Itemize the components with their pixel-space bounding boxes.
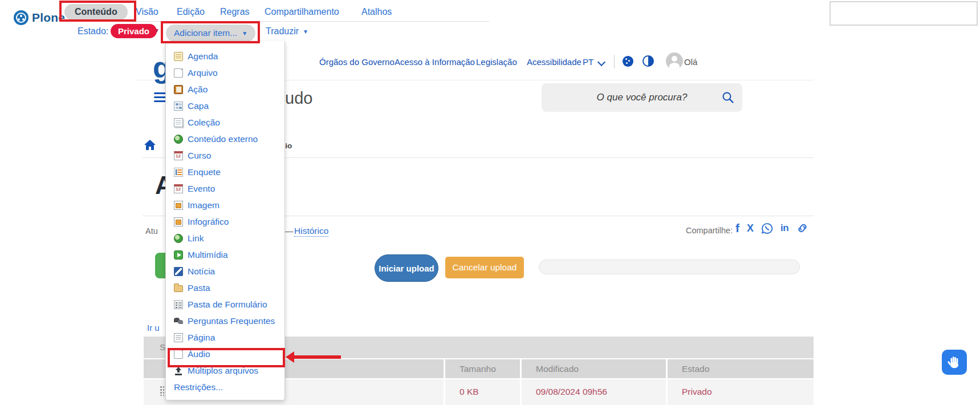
add-menu-item-restricoes[interactable]: Restrições... bbox=[166, 379, 284, 395]
estado-label: Estado: bbox=[78, 26, 108, 37]
menu-item-label: Imagem bbox=[188, 200, 219, 210]
form-icon bbox=[174, 300, 183, 309]
tab-visao[interactable]: Visão bbox=[136, 7, 158, 17]
add-menu-item-pagina[interactable]: Página bbox=[166, 329, 284, 346]
tab-edicao[interactable]: Edição bbox=[177, 7, 205, 17]
row-drag-handle-icon[interactable] bbox=[160, 386, 164, 396]
table-select-fragment: S bbox=[160, 342, 165, 353]
search-input[interactable] bbox=[542, 83, 742, 112]
menu-item-label: Pasta bbox=[188, 283, 210, 293]
chevron-down-icon: ▼ bbox=[242, 30, 247, 37]
home-icon[interactable] bbox=[144, 140, 156, 152]
menu-item-label: Infográfico bbox=[188, 217, 229, 227]
add-menu-item-link[interactable]: Link bbox=[166, 230, 284, 246]
traduzir-button[interactable]: Traduzir ▼ bbox=[266, 26, 308, 37]
add-menu-item-pasta-de-formulario[interactable]: Pasta de Formulário bbox=[166, 296, 284, 313]
add-menu-item-agenda[interactable]: Agenda bbox=[166, 48, 284, 64]
share-label: Compartilhe: bbox=[686, 226, 733, 235]
cell-state: Privado bbox=[682, 387, 712, 397]
plone-logo-text: Plone bbox=[32, 11, 65, 25]
site-title-fragment: udo bbox=[285, 89, 312, 108]
linkedin-icon[interactable]: in bbox=[780, 222, 788, 234]
add-menu-item-multimidia[interactable]: Multimídia bbox=[166, 246, 284, 263]
go-link-fragment[interactable]: Ir u bbox=[147, 323, 160, 333]
chevron-down-icon[interactable] bbox=[597, 58, 605, 66]
add-menu-item-capa[interactable]: Capa bbox=[166, 98, 284, 114]
history-separator: — bbox=[284, 226, 294, 236]
menu-item-label: Arquivo bbox=[188, 68, 218, 78]
menu-item-label: Link bbox=[188, 233, 204, 244]
folder-icon bbox=[174, 285, 183, 292]
play-icon bbox=[174, 250, 183, 260]
facebook-icon[interactable]: f bbox=[735, 221, 739, 235]
start-upload-button[interactable]: Iniciar upload bbox=[375, 254, 438, 282]
grid-icon bbox=[174, 102, 183, 111]
cell-modified: 09/08/2024 09h56 bbox=[536, 387, 607, 397]
column-separator bbox=[666, 359, 668, 405]
x-twitter-icon[interactable]: X bbox=[747, 222, 754, 234]
add-item-button[interactable]: Adicionar item... ▼ bbox=[166, 25, 255, 42]
cancel-upload-button[interactable]: Cancelar upload bbox=[445, 257, 524, 278]
add-menu-item-acao[interactable]: Ação bbox=[166, 81, 284, 98]
cookie-icon[interactable] bbox=[623, 56, 633, 67]
column-header-estado[interactable]: Estado bbox=[682, 364, 709, 374]
menu-item-label: Ação bbox=[188, 84, 208, 95]
image-icon bbox=[174, 217, 183, 226]
estado-caret-icon[interactable]: ▼ bbox=[154, 27, 160, 34]
tab-conteudo[interactable]: Conteúdo bbox=[64, 4, 128, 20]
calendar-icon bbox=[174, 184, 183, 193]
column-header-modificado[interactable]: Modificado bbox=[536, 364, 579, 374]
add-menu-item-conteudo-externo[interactable]: Conteúdo externo bbox=[166, 131, 284, 147]
calendar-icon bbox=[174, 151, 183, 160]
add-menu-item-infografico[interactable]: Infográfico bbox=[166, 213, 284, 230]
add-menu-item-multiplos-arquivos[interactable]: Múltiplos arquivos bbox=[166, 362, 284, 379]
tab-regras[interactable]: Regras bbox=[220, 7, 250, 17]
add-menu-item-noticia[interactable]: Notícia bbox=[166, 263, 284, 280]
updated-text-fragment: Atu bbox=[145, 226, 158, 236]
add-menu-item-colecao[interactable]: Coleção bbox=[166, 114, 284, 131]
add-menu-item-audio[interactable]: Áudio bbox=[166, 346, 284, 362]
traduzir-label: Traduzir bbox=[266, 26, 299, 37]
chart-icon bbox=[174, 168, 183, 177]
estado-badge[interactable]: Privado bbox=[111, 24, 157, 38]
menu-item-label: Curso bbox=[188, 151, 211, 161]
add-item-dropdown: Agenda Arquivo Ação Capa Coleção Conteúd… bbox=[165, 41, 285, 400]
avatar[interactable] bbox=[666, 52, 683, 70]
greeting-label: Olá bbox=[684, 57, 697, 67]
add-menu-item-curso[interactable]: Curso bbox=[166, 147, 284, 164]
search-icon[interactable] bbox=[722, 91, 734, 106]
share-icons: f X in bbox=[735, 221, 809, 235]
add-menu-item-evento[interactable]: Evento bbox=[166, 180, 284, 197]
tab-atalhos[interactable]: Atalhos bbox=[361, 7, 392, 17]
history-link[interactable]: Histórico bbox=[294, 226, 328, 237]
column-separator bbox=[520, 359, 522, 405]
vlibras-accessibility-button[interactable] bbox=[942, 350, 967, 375]
menu-item-label: Múltiplos arquivos bbox=[188, 366, 258, 376]
copy-link-icon[interactable] bbox=[796, 222, 809, 234]
hand-icon bbox=[947, 355, 962, 370]
contrast-icon[interactable] bbox=[643, 55, 654, 67]
globe-icon bbox=[174, 135, 183, 144]
language-selector[interactable]: PT bbox=[583, 57, 593, 67]
add-menu-item-pasta[interactable]: Pasta bbox=[166, 280, 284, 296]
tab-compartilhamento[interactable]: Compartilhamento bbox=[265, 7, 339, 17]
hamburger-menu-icon[interactable] bbox=[154, 92, 166, 104]
add-menu-item-arquivo[interactable]: Arquivo bbox=[166, 64, 284, 81]
topright-empty-box bbox=[829, 1, 978, 26]
add-item-label: Adicionar item... bbox=[174, 28, 237, 38]
add-menu-item-enquete[interactable]: Enquete bbox=[166, 164, 284, 180]
nav-acessibilidade[interactable]: Acessibilidade bbox=[527, 57, 582, 67]
whatsapp-icon[interactable] bbox=[761, 222, 773, 234]
menu-item-label: Perguntas Frequentes bbox=[188, 316, 275, 326]
add-menu-item-imagem[interactable]: Imagem bbox=[166, 197, 284, 213]
chat-icon bbox=[174, 317, 183, 326]
page-icon bbox=[174, 350, 183, 359]
menu-item-label: Conteúdo externo bbox=[188, 134, 258, 144]
column-header-tamanho[interactable]: Tamanho bbox=[459, 364, 496, 374]
nav-acesso-a-informacao[interactable]: Acesso à Informação bbox=[395, 57, 475, 67]
menu-item-label: Coleção bbox=[188, 118, 220, 128]
add-menu-item-perguntas-frequentes[interactable]: Perguntas Frequentes bbox=[166, 313, 284, 329]
nav-orgaos-do-governo[interactable]: Órgãos do Governo bbox=[319, 57, 395, 67]
plone-logo: Plone ® bbox=[14, 10, 72, 25]
nav-legislacao[interactable]: Legislação bbox=[476, 57, 517, 67]
